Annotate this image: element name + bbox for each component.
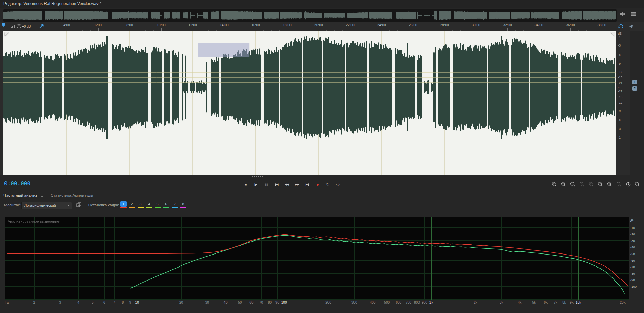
frequency-tick-label: 10	[135, 301, 139, 304]
stop-button[interactable]: ■	[241, 181, 250, 188]
gain-knob-icon[interactable]	[16, 24, 22, 29]
overview-waveform-canvas[interactable]	[3, 10, 617, 21]
frequency-tick-label: 300	[351, 301, 357, 304]
analysis-panel: Частотный анализ ≡ Статистика Амплитуды …	[0, 191, 644, 313]
db-scale-label: dB	[618, 32, 622, 35]
pause-button[interactable]: ▮▮	[262, 181, 271, 188]
db-scale-label: ∞	[618, 86, 620, 89]
level-meter-icon[interactable]	[10, 24, 15, 29]
ruler-time-label: 12:00	[188, 23, 197, 27]
analysis-tabs: Частотный анализ ≡ Статистика Амплитуды	[0, 191, 644, 200]
record-button[interactable]: ●	[313, 181, 322, 188]
fast-forward-button[interactable]: ▶▶	[293, 181, 302, 188]
ruler-time-label: 28:00	[440, 23, 449, 27]
ruler-time-label: 32:00	[503, 23, 512, 27]
zoom-in-right-edge-button[interactable]	[606, 181, 614, 187]
amplitude-ruler[interactable]: dB-1-3-6-9-12-15-21∞-21-15-12-9-6-3-1	[616, 31, 630, 175]
hold-frame-buttons: 12345678	[120, 201, 187, 208]
panel-resize-grip[interactable]	[252, 176, 265, 177]
zoom-out-time-button[interactable]	[559, 181, 567, 187]
db-scale-label: -9	[618, 62, 621, 65]
db-tick-label: -30	[630, 239, 635, 243]
panel-menu-icon[interactable]: ≡	[83, 1, 86, 6]
db-scale-label: -3	[618, 44, 621, 47]
session-timer-button[interactable]	[624, 181, 632, 187]
frequency-tick-label: 500	[384, 301, 390, 304]
hold-frame-button-3[interactable]: 3	[137, 201, 144, 208]
hold-frame-color-bar	[138, 207, 144, 208]
main-waveform-canvas[interactable]	[3, 31, 616, 175]
db-axis: дБ 0-10-20-30-40-50-60-70-80-90-100	[630, 217, 643, 300]
scale-select-value: Логарифмический	[24, 203, 56, 207]
copy-graph-button[interactable]	[76, 202, 83, 209]
db-scale-label: -21	[618, 81, 622, 85]
ruler-time-label: 22:00	[346, 23, 354, 27]
frequency-tick-label: 200	[325, 301, 331, 304]
ruler-time-label: 14:00	[220, 23, 228, 27]
loop-playback-button[interactable]: ↻	[323, 181, 333, 188]
ruler-tick	[476, 28, 476, 31]
zoom-in-time-button[interactable]	[550, 181, 558, 187]
hold-frame-button-1[interactable]: 1	[120, 201, 127, 208]
hold-frame-button-4[interactable]: 4	[145, 201, 153, 208]
clip-edge-handle-right[interactable]	[611, 32, 615, 36]
skip-to-end-button[interactable]: ▶▮	[303, 181, 312, 188]
timeline-ruler[interactable]: 4:006:008:0010:0012:0014:0016:0018:0020:…	[0, 22, 644, 32]
hold-frame-number: 1	[120, 201, 127, 207]
frequency-tick-label: 70	[259, 301, 263, 304]
frequency-tick-label: 6	[103, 301, 105, 304]
db-tick-label: -70	[630, 265, 635, 269]
tab-amplitude-statistics[interactable]: Статистика Амплитуды	[51, 193, 93, 199]
db-tick-label: 0	[630, 219, 632, 223]
channel-badge-l[interactable]: L	[632, 80, 637, 84]
analysis-controls: Масштаб: Логарифмический ▾ Остановка кад…	[0, 200, 644, 214]
panel-menu-icon[interactable]: ≡	[41, 194, 43, 198]
ruler-left-controls: +0 dB	[0, 22, 48, 31]
zoom-out-full-button[interactable]	[578, 181, 586, 187]
channels-grid-icon[interactable]	[631, 12, 636, 16]
db-tick-label: -100	[630, 285, 637, 288]
ruler-time-label: 16:00	[251, 23, 260, 27]
frequency-tick-label: 30	[205, 301, 209, 304]
frequency-tick-label: 3	[59, 301, 61, 304]
playhead-handle[interactable]	[2, 23, 5, 27]
skip-to-start-button[interactable]: ▮◀	[272, 181, 281, 188]
waveform-overview[interactable]	[3, 9, 617, 22]
skip-selection-button[interactable]: ◁▷	[334, 181, 343, 188]
monitor-speaker-icon[interactable]	[629, 24, 634, 29]
hold-frame-button-2[interactable]: 2	[128, 201, 136, 208]
zoom-selection-button[interactable]	[569, 181, 577, 187]
play-button[interactable]: ▶	[252, 181, 261, 188]
hold-frame-button-8[interactable]: 8	[180, 201, 187, 208]
speaker-icon[interactable]	[620, 12, 626, 16]
zoom-amplitude-button[interactable]	[587, 181, 595, 187]
ruler-time-label: 26:00	[409, 23, 417, 27]
hold-frame-button-5[interactable]: 5	[154, 201, 161, 208]
frequency-graph-canvas	[5, 217, 629, 300]
rewind-button[interactable]: ◀◀	[282, 181, 292, 188]
zoom-out-selection-button[interactable]	[615, 181, 623, 187]
hold-frame-button-6[interactable]: 6	[163, 201, 170, 208]
scale-select[interactable]: Логарифмический ▾	[21, 202, 72, 209]
db-scale-label: -1	[618, 136, 621, 139]
ruler-tick	[539, 28, 539, 31]
frequency-tick-label: 5	[92, 301, 94, 304]
frequency-tick-label: 2k	[474, 301, 477, 304]
waveform-display[interactable]	[3, 31, 616, 175]
gain-value-label[interactable]: +0 dB	[22, 25, 31, 28]
tab-frequency-analysis[interactable]: Частотный анализ	[3, 193, 37, 199]
hold-frame-button-7[interactable]: 7	[171, 201, 178, 208]
time-display[interactable]: 0:00.000	[4, 180, 30, 187]
db-tick-label: -90	[630, 278, 635, 282]
channel-badge-r[interactable]: R	[632, 86, 637, 91]
hold-frame-number: 3	[138, 201, 144, 207]
zoom-reset-button[interactable]	[633, 181, 641, 187]
monitor-headphones-icon[interactable]	[618, 24, 624, 29]
pin-playhead-button[interactable]	[38, 23, 46, 30]
frequency-tick-label: 20k	[620, 301, 626, 304]
zoom-in-left-edge-button[interactable]	[596, 181, 604, 187]
hold-frame-number: 4	[146, 201, 152, 207]
db-scale-label: -21	[618, 90, 622, 93]
frequency-tick-label: 700	[405, 301, 411, 304]
clip-edge-handle-left[interactable]	[5, 32, 9, 36]
